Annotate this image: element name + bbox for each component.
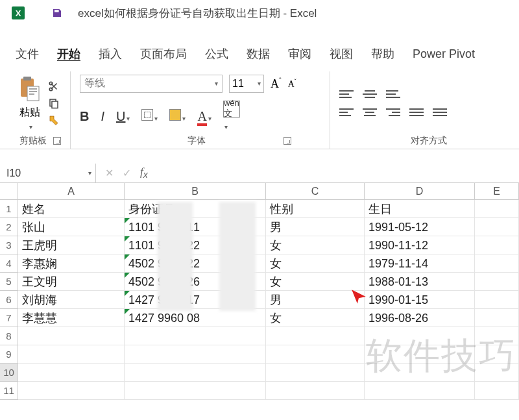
decrease-indent-icon[interactable] — [409, 106, 424, 118]
row-header[interactable]: 2 — [0, 218, 18, 236]
cell[interactable] — [475, 382, 519, 400]
cell[interactable] — [18, 327, 125, 345]
row-header[interactable]: 4 — [0, 254, 18, 273]
border-button[interactable]: ▾ — [141, 109, 158, 124]
cell[interactable] — [18, 382, 125, 400]
tab-data[interactable]: 数据 — [247, 46, 270, 62]
cell[interactable] — [475, 309, 519, 327]
increase-indent-icon[interactable] — [433, 106, 447, 118]
cell[interactable]: 1979-11-14 — [365, 254, 475, 273]
cell[interactable] — [475, 218, 519, 236]
row-header[interactable]: 1 — [0, 200, 18, 218]
align-top-icon[interactable] — [339, 88, 354, 100]
row-header[interactable]: 3 — [0, 236, 18, 254]
cell[interactable] — [125, 364, 266, 382]
cell[interactable] — [475, 273, 519, 291]
cell[interactable]: 性别 — [266, 200, 365, 218]
cell[interactable]: 1427 9960 08 — [125, 309, 266, 327]
cell[interactable] — [266, 382, 365, 400]
row-header[interactable]: 8 — [0, 327, 18, 345]
cell[interactable]: 姓名 — [18, 200, 125, 218]
cell[interactable] — [475, 291, 519, 309]
cell[interactable]: 张山 — [18, 218, 125, 236]
cell[interactable] — [365, 327, 475, 345]
cell[interactable] — [475, 254, 519, 273]
cell[interactable] — [475, 345, 519, 364]
cut-icon[interactable] — [47, 80, 61, 92]
row-header[interactable]: 6 — [0, 291, 18, 309]
cell[interactable] — [475, 200, 519, 218]
cell[interactable]: 女 — [266, 254, 365, 273]
align-middle-icon[interactable] — [363, 88, 377, 100]
cell[interactable] — [475, 364, 519, 382]
tab-review[interactable]: 审阅 — [288, 46, 311, 62]
row-header[interactable]: 5 — [0, 273, 18, 291]
cell[interactable]: 生日 — [365, 200, 475, 218]
tab-powerpivot[interactable]: Power Pivot — [413, 47, 475, 61]
cell[interactable]: 女 — [266, 236, 365, 254]
cell[interactable] — [475, 236, 519, 254]
cell[interactable]: 1990-11-12 — [365, 236, 475, 254]
bold-button[interactable]: B — [80, 109, 89, 124]
align-center-icon[interactable] — [363, 106, 377, 118]
tab-view[interactable]: 视图 — [330, 46, 353, 62]
cancel-formula-icon[interactable]: ✕ — [105, 167, 114, 179]
clipboard-launcher-icon[interactable] — [53, 137, 61, 145]
cell[interactable] — [365, 364, 475, 382]
name-box[interactable]: I10 ▾ — [0, 164, 96, 183]
cell[interactable]: 男 — [266, 218, 365, 236]
cell[interactable]: 李惠娴 — [18, 254, 125, 273]
cell[interactable]: 1991-05-12 — [365, 218, 475, 236]
cell[interactable] — [365, 382, 475, 400]
italic-button[interactable]: I — [101, 109, 104, 124]
cell[interactable]: 1996-08-26 — [365, 309, 475, 327]
font-launcher-icon[interactable] — [284, 137, 291, 145]
copy-icon[interactable] — [47, 97, 61, 109]
fill-color-button[interactable]: ▾ — [169, 109, 186, 124]
row-header[interactable]: 10 — [0, 364, 18, 382]
tab-layout[interactable]: 页面布局 — [140, 46, 187, 62]
font-name-select[interactable]: 等线 ▾ — [80, 75, 223, 93]
cell[interactable] — [125, 382, 266, 400]
row-header[interactable]: 11 — [0, 382, 18, 400]
shrink-font-icon[interactable]: Aˇ — [288, 78, 296, 90]
cell[interactable] — [266, 364, 365, 382]
phonetic-guide-button[interactable]: wén文▾ — [223, 101, 240, 132]
tab-insert[interactable]: 插入 — [99, 46, 122, 62]
cell[interactable]: 1988-01-13 — [365, 273, 475, 291]
cell[interactable] — [266, 345, 365, 364]
cell[interactable] — [475, 327, 519, 345]
tab-help[interactable]: 帮助 — [371, 46, 394, 62]
font-color-button[interactable]: A▾ — [197, 109, 211, 124]
cell[interactable]: 李慧慧 — [18, 309, 125, 327]
cell[interactable] — [18, 345, 125, 364]
cell[interactable] — [125, 327, 266, 345]
align-left-icon[interactable] — [339, 106, 354, 118]
tab-file[interactable]: 文件 — [16, 46, 39, 62]
fx-icon[interactable]: fx — [140, 166, 148, 180]
row-header[interactable]: 9 — [0, 345, 18, 364]
col-header-C[interactable]: C — [266, 183, 365, 200]
enter-formula-icon[interactable]: ✓ — [123, 167, 131, 179]
cell[interactable]: 女 — [266, 309, 365, 327]
cell[interactable] — [365, 345, 475, 364]
tab-formula[interactable]: 公式 — [205, 46, 228, 62]
col-header-E[interactable]: E — [475, 183, 519, 200]
underline-button[interactable]: U▾ — [116, 109, 130, 124]
tab-home[interactable]: 开始 — [57, 46, 80, 62]
format-painter-icon[interactable] — [47, 114, 61, 126]
grow-font-icon[interactable]: Aˆ — [271, 77, 282, 91]
paste-button[interactable]: 粘贴 ▾ — [19, 76, 40, 130]
row-header[interactable]: 7 — [0, 309, 18, 327]
align-bottom-icon[interactable] — [386, 88, 400, 100]
col-header-D[interactable]: D — [365, 183, 475, 200]
cell[interactable]: 1990-01-15 — [365, 291, 475, 309]
cell[interactable] — [266, 327, 365, 345]
cell[interactable]: 王虎明 — [18, 236, 125, 254]
save-icon[interactable] — [52, 8, 62, 18]
font-size-select[interactable]: 11 ▾ — [229, 75, 264, 93]
cell[interactable] — [18, 364, 125, 382]
col-header-B[interactable]: B — [125, 183, 266, 200]
cell[interactable]: 刘胡海 — [18, 291, 125, 309]
col-header-A[interactable]: A — [18, 183, 125, 200]
